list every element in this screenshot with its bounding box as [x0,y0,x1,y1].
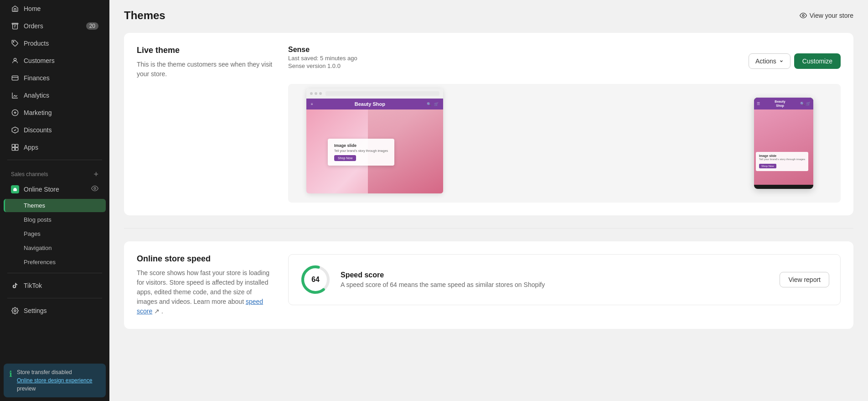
theme-actions-row: Sense Last saved: 5 minutes ago Sense ve… [288,46,841,77]
add-sales-channel-button[interactable]: + [93,170,98,178]
live-theme-left: Live theme This is the theme customers s… [137,46,274,203]
live-theme-section-title: Live theme [137,46,274,55]
sidebar-item-home[interactable]: Home [4,0,106,17]
actions-button[interactable]: Actions [749,53,790,69]
section-divider [124,228,853,229]
speed-card-right-wrapper: 64 Speed score A speed score of 64 means… [288,254,841,316]
mobile-image-slide-sub: Tell your brand's story through images [759,158,805,161]
svg-point-1 [13,42,14,42]
speed-card-right: 64 Speed score A speed score of 64 means… [288,254,841,305]
svg-point-2 [14,58,16,61]
sidebar-item-apps[interactable]: Apps [4,139,106,156]
svg-point-11 [802,15,804,16]
speed-card-left: Online store speed The score shows how f… [137,254,274,316]
apps-icon [11,143,19,151]
sidebar-item-customers-label: Customers [24,57,55,64]
sidebar-sub-item-themes[interactable]: Themes [4,199,106,212]
sidebar-item-orders-label: Orders [24,22,43,30]
customize-button[interactable]: Customize [794,53,841,69]
site-desktop-title: Beauty Shop [313,101,427,107]
store-transfer-notice: ℹ Store transfer disabled Online store d… [4,364,106,397]
view-report-label: View report [788,276,821,283]
sidebar-sub-item-pages[interactable]: Pages [4,227,106,240]
preview-desktop: ≡ Beauty Shop 🔍 🛒 Im [306,89,443,193]
sidebar-item-analytics[interactable]: Analytics [4,87,106,104]
site-nav-right: 🔍 🛒 [427,102,439,106]
sidebar-sub-item-preferences[interactable]: Preferences [4,255,106,269]
sidebar-item-finances[interactable]: Finances [4,70,106,86]
sidebar-bottom: ℹ Store transfer disabled Online store d… [0,360,109,401]
sidebar-item-products-label: Products [24,40,49,47]
notice-text: Store transfer disabled Online store des… [17,368,100,393]
sidebar-sub-pages-label: Pages [24,230,41,237]
speed-section-title: Online store speed [137,254,274,264]
view-store-label: View your store [810,12,853,19]
sidebar-item-apps-label: Apps [24,144,38,151]
sidebar-item-products[interactable]: Products [4,35,106,52]
discounts-icon [11,126,19,134]
sidebar-item-discounts[interactable]: Discounts [4,122,106,138]
actions-label: Actions [755,57,776,65]
sidebar-sub-preferences-label: Preferences [24,259,56,266]
sidebar-divider-1 [7,160,102,160]
online-store-label: Online Store [24,186,59,193]
chevron-down-icon [779,59,784,63]
customize-label: Customize [802,57,832,65]
sidebar-item-settings-label: Settings [24,307,47,314]
analytics-icon [11,91,19,99]
mobile-body: Image slide Tell your brand's story thro… [754,109,813,185]
browser-dot-2 [315,92,317,95]
site-desktop-header: ≡ Beauty Shop 🔍 🛒 [306,99,443,109]
desktop-image-slide-btn: Shop Now [334,155,356,161]
svg-rect-3 [12,76,18,80]
mobile-image-slide-title: Image slide [759,154,805,157]
speed-score-label: Speed score [341,271,770,279]
sidebar-divider-3 [7,298,102,298]
mobile-title: Beauty Shop [760,99,800,108]
mobile-makeup-bg [754,109,813,185]
sidebar-item-customers[interactable]: Customers [4,52,106,69]
sidebar-item-marketing-label: Marketing [24,109,52,116]
live-theme-card: Live theme This is the theme customers s… [124,33,853,215]
products-icon [11,39,19,47]
svg-rect-6 [16,144,18,147]
view-store-button[interactable]: View your store [800,12,853,19]
sidebar: Home Orders 20 Products Customers Financ… [0,0,109,401]
online-store-icon [11,185,19,193]
sidebar-item-online-store[interactable]: Online Store [4,181,106,198]
svg-rect-8 [16,148,18,151]
info-icon: ℹ [9,369,12,379]
sidebar-item-marketing[interactable]: Marketing [4,104,106,121]
desktop-image-slide-sub: Tell your brand's story through images [334,149,388,152]
browser-bar [306,89,443,99]
sidebar-divider-2 [7,273,102,273]
sidebar-item-tiktok-label: TikTok [24,282,42,289]
svg-rect-0 [12,23,18,24]
settings-icon [11,307,19,315]
page-title: Themes [124,9,165,22]
online-store-eye-icon[interactable] [91,185,98,194]
svg-point-10 [14,310,16,312]
speed-card: Online store speed The score shows how f… [124,241,853,329]
page-header: Themes View your store [109,0,868,26]
page-content: Live theme This is the theme customers s… [109,26,868,344]
speed-score-desc: A speed score of 64 means the same speed… [341,281,770,288]
sidebar-sub-navigation-label: Navigation [24,245,52,251]
theme-preview: ≡ Beauty Shop 🔍 🛒 Im [288,84,841,203]
eye-icon [800,12,807,19]
main-content: Themes View your store Live theme This i… [109,0,868,401]
site-desktop-body: Image slide Tell your brand's story thro… [306,109,443,193]
sidebar-item-home-label: Home [24,5,41,12]
sidebar-item-orders[interactable]: Orders 20 [4,18,106,34]
view-report-button[interactable]: View report [780,272,829,287]
mobile-image-slide-btn: Shop Now [759,164,776,168]
home-icon [11,5,19,13]
sidebar-sub-item-blog-posts[interactable]: Blog posts [4,213,106,226]
theme-version: Sense version 1.0.0 [288,62,357,69]
desktop-image-slide-card: Image slide Tell your brand's story thro… [328,139,394,166]
notice-link[interactable]: Online store design experience [17,377,92,384]
speed-info: Speed score A speed score of 64 means th… [341,271,770,288]
sidebar-item-tiktok[interactable]: TikTok [4,277,106,294]
sidebar-sub-item-navigation[interactable]: Navigation [4,241,106,255]
sidebar-item-settings[interactable]: Settings [4,302,106,319]
